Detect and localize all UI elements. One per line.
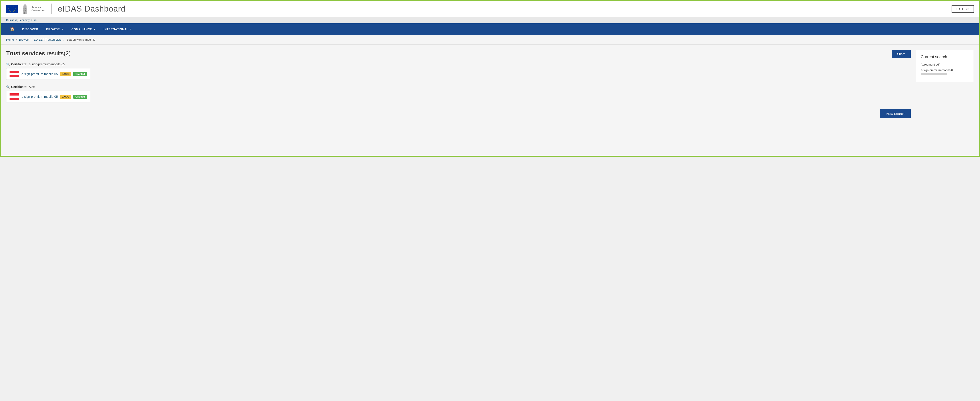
header: European Commission eIDAS Dashboard EU L… bbox=[1, 1, 979, 17]
eu-flag-icon bbox=[6, 5, 18, 13]
nav-item-browse[interactable]: BROWSE ▼ bbox=[42, 23, 67, 35]
search-icon-1: 🔍 bbox=[6, 63, 10, 66]
results-area: Trust services results(2) Share 🔍 Certif… bbox=[6, 50, 911, 150]
flag-red-bottom-1 bbox=[10, 75, 19, 77]
results-title-normal: results(2) bbox=[45, 50, 71, 57]
service-name-2[interactable]: a-sign-premium-mobile-05 bbox=[22, 95, 58, 98]
certificate-label-2: 🔍 Certificate: Alex bbox=[6, 85, 911, 89]
austria-flag-2 bbox=[10, 93, 19, 100]
badge-caqc-2: CA/QC bbox=[60, 95, 71, 99]
search-file-name: Agreement.pdf bbox=[921, 63, 969, 66]
browse-dropdown-icon: ▼ bbox=[61, 28, 63, 30]
results-header: Trust services results(2) Share bbox=[6, 50, 911, 58]
certificate-group-1: 🔍 Certificate: a-sign-premium-mobile-05 … bbox=[6, 62, 911, 80]
building-icon bbox=[21, 3, 29, 14]
results-title: Trust services results(2) bbox=[6, 50, 71, 57]
new-search-button[interactable]: New Search bbox=[880, 109, 911, 118]
nav-item-international[interactable]: INTERNATIONAL ▼ bbox=[100, 23, 136, 35]
nav-bar: 🏠 DISCOVER BROWSE ▼ COMPLIANCE ▼ INTERNA… bbox=[1, 23, 979, 35]
current-search-title: Current search bbox=[921, 55, 969, 59]
svg-rect-15 bbox=[24, 10, 24, 11]
svg-rect-13 bbox=[24, 8, 24, 10]
nav-item-compliance[interactable]: COMPLIANCE ▼ bbox=[67, 23, 100, 35]
badge-granted-2: Granted bbox=[73, 95, 87, 99]
logo-area: European Commission eIDAS Dashboard bbox=[6, 3, 126, 14]
redacted-bar bbox=[921, 73, 947, 75]
austria-flag-1 bbox=[10, 71, 19, 77]
badge-granted-1: Granted bbox=[73, 72, 87, 76]
cert-value-2: Alex bbox=[29, 85, 35, 89]
trust-service-row-2: a-sign-premium-mobile-05 CA/QC Granted bbox=[6, 91, 91, 102]
breadcrumb-trusted-lists[interactable]: EU-EEA Trusted Lists bbox=[34, 38, 62, 42]
breadcrumb-sep-1: / bbox=[16, 38, 17, 42]
trust-service-row-1: a-sign-premium-mobile-05 CA/QC Granted bbox=[6, 68, 91, 80]
breadcrumb-sep-2: / bbox=[31, 38, 32, 42]
nav-item-discover[interactable]: DISCOVER bbox=[18, 23, 42, 35]
eu-login-button[interactable]: EU LOGIN bbox=[951, 5, 974, 13]
svg-rect-17 bbox=[24, 12, 25, 14]
breadcrumb-sep-3: / bbox=[64, 38, 64, 42]
service-name-1[interactable]: a-sign-premium-mobile-05 bbox=[22, 72, 58, 76]
cert-label-text-1: Certificate: bbox=[11, 62, 27, 66]
site-title: eIDAS Dashboard bbox=[58, 4, 126, 14]
eu-logo: European Commission bbox=[6, 3, 45, 14]
nav-compliance-label: COMPLIANCE bbox=[72, 27, 92, 31]
cert-value-1: a-sign-premium-mobile-05 bbox=[29, 62, 65, 66]
svg-rect-16 bbox=[25, 10, 26, 11]
search-service-name-text: a-sign-premium-mobile-05 bbox=[921, 69, 969, 72]
flag-white-1 bbox=[10, 73, 19, 75]
flag-red-top-2 bbox=[10, 93, 19, 96]
international-dropdown-icon: ▼ bbox=[130, 28, 132, 30]
share-button[interactable]: Share bbox=[892, 50, 911, 58]
certificate-label-1: 🔍 Certificate: a-sign-premium-mobile-05 bbox=[6, 62, 911, 66]
sub-header: Business, Economy, Euro bbox=[1, 17, 979, 23]
flag-red-top-1 bbox=[10, 71, 19, 73]
new-search-container: New Search bbox=[6, 109, 911, 118]
nav-discover-label: DISCOVER bbox=[22, 27, 38, 31]
search-service-name: a-sign-premium-mobile-05 bbox=[921, 69, 969, 75]
breadcrumb-browse[interactable]: Browse bbox=[19, 38, 29, 42]
compliance-dropdown-icon: ▼ bbox=[93, 28, 95, 30]
main-content: Trust services results(2) Share 🔍 Certif… bbox=[1, 45, 979, 156]
certificate-group-2: 🔍 Certificate: Alex a-sign-premium-mobil… bbox=[6, 85, 911, 102]
breadcrumb-home[interactable]: Home bbox=[6, 38, 14, 42]
sidebar: Current search Agreement.pdf a-sign-prem… bbox=[916, 50, 974, 150]
search-icon-2: 🔍 bbox=[6, 85, 10, 89]
results-title-bold: Trust services bbox=[6, 50, 45, 57]
sub-header-text: Business, Economy, Euro bbox=[6, 19, 37, 22]
current-search-panel: Current search Agreement.pdf a-sign-prem… bbox=[916, 50, 974, 82]
cert-label-text-2: Certificate: bbox=[11, 85, 27, 89]
breadcrumb: Home / Browse / EU-EEA Trusted Lists / S… bbox=[1, 35, 979, 45]
nav-browse-label: BROWSE bbox=[46, 27, 60, 31]
svg-rect-14 bbox=[25, 8, 26, 10]
flag-red-bottom-2 bbox=[10, 98, 19, 100]
nav-international-label: INTERNATIONAL bbox=[104, 27, 129, 31]
breadcrumb-current: Search with signed file bbox=[67, 38, 95, 42]
ec-text: European Commission bbox=[32, 6, 45, 12]
flag-white-2 bbox=[10, 96, 19, 98]
badge-caqc-1: CA/QC bbox=[60, 72, 71, 76]
logo-divider bbox=[51, 3, 52, 14]
nav-home-button[interactable]: 🏠 bbox=[6, 27, 18, 32]
